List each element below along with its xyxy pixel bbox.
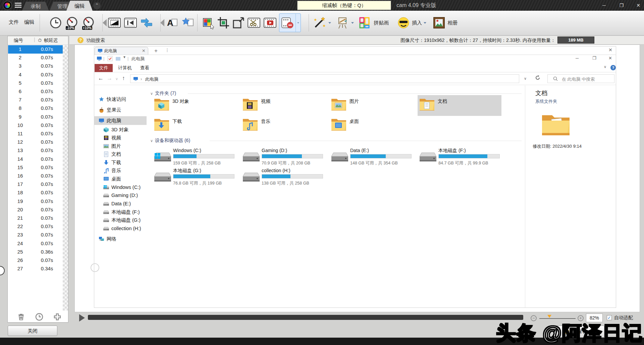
cut-frames-button[interactable] — [247, 13, 261, 33]
add-frames-button[interactable] — [140, 13, 154, 33]
explorer-maximize-icon[interactable]: ❐ — [592, 56, 596, 61]
ribbon-expand-icon[interactable]: ∨ — [604, 65, 606, 69]
sidebar-item-picture[interactable]: 图片 — [103, 142, 121, 150]
explorer-help-icon[interactable]: ? — [610, 65, 616, 70]
sidebar-item-acorn[interactable]: 坚果云 — [99, 106, 121, 114]
frame-list-scroll-strip[interactable] — [63, 45, 68, 310]
folder-tile-5[interactable]: 下载 — [152, 115, 236, 136]
properties-icon[interactable] — [107, 56, 113, 61]
ribbon-tab-computer[interactable]: 计算机 — [118, 64, 132, 72]
refresh-icon[interactable] — [535, 75, 541, 81]
frame-row[interactable]: 130.07s — [8, 146, 63, 155]
extract-frames-button[interactable] — [263, 13, 277, 33]
mode-tab-3[interactable]: 编辑 — [66, 1, 93, 11]
frame-row[interactable]: 180.07s — [8, 189, 63, 197]
add-text-button[interactable]: A — [165, 13, 179, 33]
speed-up-button[interactable]: +10% — [82, 13, 96, 33]
add-sticker-button[interactable] — [181, 13, 195, 33]
frame-row[interactable]: 60.07s — [8, 87, 63, 96]
search-box[interactable]: 在 此电脑 中搜索 — [547, 74, 614, 83]
frame-row[interactable]: 170.07s — [8, 180, 63, 189]
frame-row[interactable]: 50.07s — [8, 79, 63, 87]
help-icon[interactable]: ? — [77, 37, 84, 43]
drive-tile-4[interactable]: 本地磁盘 (F:)84.7 GB 可用，共 99.9 GB — [419, 148, 504, 168]
collapse-ribbon-button[interactable]: ⌃ — [93, 2, 101, 9]
sidebar-item-download[interactable]: 下载 — [103, 158, 121, 166]
zoom-slider-track[interactable] — [539, 318, 576, 319]
sidebar-item-doc[interactable]: 文档 — [103, 150, 121, 158]
album-button[interactable]: 相册 — [432, 13, 458, 33]
close-tab-icon[interactable]: ✕ — [142, 48, 145, 53]
history-dropdown-icon[interactable]: ∨ — [115, 77, 118, 81]
explorer-close-icon[interactable]: ✕ — [608, 47, 612, 53]
sidebar-item-drive-win[interactable]: Windows (C:) — [103, 183, 141, 191]
explorer-minimize-icon[interactable]: ─ — [576, 56, 579, 61]
qat-dropdown-icon[interactable]: ▼ — [123, 55, 126, 59]
sidebar-item-music[interactable]: 音乐 — [103, 166, 121, 175]
drive-tile-3[interactable]: Data (E:)148 GB 可用，共 354 GB — [331, 148, 416, 168]
breadcrumb[interactable]: 此电脑 — [145, 76, 158, 82]
timeline-scrubber[interactable] — [88, 315, 523, 320]
feature-search[interactable]: 功能搜索 — [86, 38, 105, 44]
frame-row[interactable]: 110.07s — [8, 130, 63, 138]
frame-delay-button[interactable] — [35, 313, 43, 321]
frame-row[interactable]: 240.07s — [8, 239, 63, 248]
menu-edit[interactable]: 编辑 — [24, 19, 34, 25]
app-logo-icon[interactable] — [3, 1, 12, 10]
forward-icon[interactable]: → — [107, 75, 112, 82]
sidebar-item-desktop[interactable]: 桌面 — [103, 175, 121, 183]
new-tab-icon[interactable]: + — [154, 48, 158, 54]
add-frame-button[interactable] — [53, 313, 61, 321]
sidebar-item-star[interactable]: 快速访问 — [99, 95, 126, 103]
sidebar-item-network[interactable]: 网络 — [99, 235, 116, 243]
effects-wand-button[interactable] — [313, 13, 332, 33]
reduce-frames-button[interactable] — [279, 13, 301, 32]
frame-row[interactable]: 100.07s — [8, 121, 63, 130]
effects-wand-dropdown-icon[interactable] — [328, 21, 332, 25]
sidebar-item-drive[interactable]: 本地磁盘 (G:) — [103, 216, 141, 224]
frame-row[interactable]: 140.07s — [8, 155, 63, 163]
drive-tile-5[interactable]: 本地磁盘 (G:)76.8 GB 可用，共 199 GB — [154, 168, 239, 188]
sidebar-item-cube[interactable]: 3D 对象 — [103, 126, 129, 134]
sidebar-item-drive[interactable]: 本地磁盘 (F:) — [103, 208, 140, 216]
frame-row[interactable]: 250.36s — [8, 248, 63, 256]
folder-tile-3[interactable]: 图片 — [329, 95, 413, 116]
minimize-button[interactable]: ─ — [599, 2, 609, 9]
main-menu-icon[interactable] — [15, 3, 21, 8]
frame-row[interactable]: 260.07s — [8, 256, 63, 265]
frame-row[interactable]: 150.07s — [8, 163, 63, 172]
ribbon-tab-view[interactable]: 查看 — [140, 64, 149, 72]
frame-delay-button[interactable] — [49, 13, 63, 33]
tab-menu-icon[interactable]: ⋮ — [165, 48, 169, 53]
play-button[interactable] — [79, 314, 85, 322]
color-adjust-button[interactable] — [201, 13, 215, 33]
draw-paint-dropdown-icon[interactable] — [351, 21, 355, 25]
menu-file[interactable]: 文件 — [9, 19, 19, 25]
ribbon-tab-file[interactable]: 文件 — [95, 64, 113, 72]
frame-row[interactable]: 270.34s — [8, 265, 63, 273]
frame-row[interactable]: 20.07s — [8, 54, 63, 62]
frame-row[interactable]: 70.07s — [8, 96, 63, 104]
reverse-frames-button[interactable] — [123, 13, 138, 33]
frame-row[interactable]: 80.07s — [8, 104, 63, 113]
address-dropdown-icon[interactable]: ∨ — [524, 76, 527, 81]
edge-handle[interactable] — [0, 266, 5, 275]
explorer-close-icon[interactable]: ✕ — [608, 56, 612, 61]
up-icon[interactable]: ↑ — [122, 75, 125, 82]
frame-row[interactable]: 200.07s — [8, 206, 63, 214]
autofit-checkbox[interactable]: ✓ — [607, 315, 612, 320]
drive-tile-1[interactable]: Windows (C:)159 GB 可用，共 258 GB — [154, 148, 239, 168]
frame-row[interactable]: 30.07s — [8, 62, 63, 70]
drive-tile-6[interactable]: collection (H:)138 GB 可用，共 258 GB — [242, 168, 328, 188]
fade-transition-button[interactable] — [107, 13, 121, 33]
new-folder-icon[interactable] — [115, 56, 121, 61]
frame-row[interactable]: 210.07s — [8, 214, 63, 222]
frame-row[interactable]: 230.07s — [8, 231, 63, 239]
crop-button[interactable] — [216, 13, 230, 33]
insert-button[interactable]: 插入 — [396, 13, 427, 33]
frame-row[interactable]: 10.07s — [8, 45, 63, 54]
sidebar-item-drive[interactable]: Data (E:) — [103, 200, 131, 208]
sidebar-item-drive[interactable]: Gaming (D:) — [103, 191, 138, 199]
frame-row[interactable]: 160.07s — [8, 172, 63, 180]
explorer-tab[interactable]: 此电脑 ✕ — [95, 47, 148, 55]
